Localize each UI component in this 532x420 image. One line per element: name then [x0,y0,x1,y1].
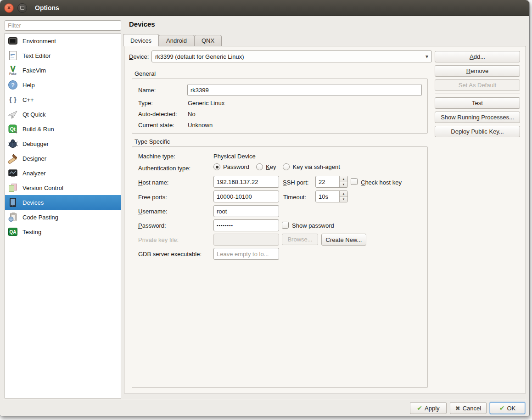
category-list: Environment Text Editor VFake FakeVim ? … [5,33,121,398]
remove-button[interactable]: Remove [435,65,520,77]
auth-key-radio[interactable]: Key [256,163,276,170]
qt-quick-icon [7,108,19,120]
username-input[interactable] [213,205,279,217]
type-value: Generic Linux [188,100,224,106]
sidebar-item-designer[interactable]: Designer [5,151,121,166]
gdb-server-executable-label: GDB server executable: [138,251,202,258]
tab-devices[interactable]: Devices [123,34,159,46]
create-new-button[interactable]: Create New... [321,234,366,246]
username-label: Username: [138,208,168,215]
sidebar-item-cpp[interactable]: { } C++ [5,92,121,107]
environment-icon [7,35,19,47]
sidebar-item-label: C++ [22,96,34,103]
screen: × Options Environment Text Editor VFake … [0,0,532,420]
current-state-label: Current state: [138,122,174,129]
sidebar-item-fakevim[interactable]: VFake FakeVim [5,63,121,78]
filter-input[interactable] [5,20,121,31]
host-name-input[interactable] [213,176,279,188]
deploy-public-key-button[interactable]: Deploy Public Key... [435,126,520,137]
sidebar-item-analyzer[interactable]: Analyzer [5,166,121,180]
authentication-radio-group: Password Key Key via ssh-agent [213,163,340,170]
add-button[interactable]: Add... [435,51,520,62]
debugger-icon [7,138,19,150]
sidebar-item-text-editor[interactable]: Text Editor [5,48,121,63]
check-host-key-label[interactable]: Check host key [361,179,402,186]
ok-check-icon: ✔ [499,405,505,411]
password-input[interactable] [213,219,279,231]
cancel-button[interactable]: ✖ Cancel [450,402,487,414]
check-host-key-checkbox[interactable] [351,178,358,185]
spin-down-icon[interactable]: ▼ [340,182,347,188]
close-icon[interactable]: × [4,3,14,13]
radio-icon [256,163,263,170]
analyzer-icon [7,167,19,179]
timeout-label: Timeout: [283,194,306,201]
sidebar-item-debugger[interactable]: Debugger [5,136,121,151]
sidebar-item-version-control[interactable]: Version Control [5,180,121,195]
device-label: Device: [129,53,149,60]
sidebar-item-build-run[interactable]: Qt Build & Run [5,122,121,136]
restore-icon[interactable] [17,3,27,13]
current-state-value: Unknown [188,122,213,129]
help-icon: ? [7,79,19,91]
browse-button[interactable]: Browse... [282,234,318,245]
machine-type-value: Physical Device [213,153,256,160]
tab-android[interactable]: Android [158,35,195,46]
fakevim-icon: VFake [7,64,19,76]
device-combobox[interactable]: rk3399 (default for Generic Linux) ▾ [151,50,432,62]
sidebar-item-label: FakeVim [22,67,46,74]
apply-button[interactable]: ✔ Apply [410,402,447,414]
sidebar-item-code-pasting[interactable]: Code Pasting [5,210,121,224]
sidebar-item-help[interactable]: ? Help [5,78,121,92]
devices-icon [7,196,19,208]
sidebar-item-label: Designer [22,155,46,162]
sidebar-item-label: Text Editor [22,52,50,59]
spin-up-icon[interactable]: ▲ [340,176,347,182]
show-password-checkbox[interactable] [282,222,289,229]
sidebar-item-label: Debugger [22,140,49,147]
sidebar-item-environment[interactable]: Environment [5,34,121,48]
spin-down-icon[interactable]: ▼ [340,196,347,202]
options-dialog: × Options Environment Text Editor VFake … [0,0,529,416]
device-combobox-value: rk3399 (default for Generic Linux) [155,53,244,60]
designer-icon [7,152,19,164]
sidebar-item-label: Build & Run [22,126,54,133]
build-run-icon: Qt [7,123,19,135]
timeout-spinbox[interactable]: 10s ▲▼ [315,190,348,202]
radio-selected-icon [213,163,220,170]
side-buttons-separator [435,94,520,94]
private-key-file-input[interactable] [213,234,279,246]
svg-text:Fake: Fake [9,72,17,75]
sidebar-item-label: Devices [22,199,44,206]
private-key-file-label: Private key file: [138,236,179,243]
footer-separator [3,399,526,399]
svg-text:{ }: { } [9,95,17,103]
ok-button[interactable]: ✔ OK [490,402,525,414]
name-input[interactable] [187,84,422,96]
spin-up-icon[interactable]: ▲ [340,191,347,196]
auth-ssh-agent-radio[interactable]: Key via ssh-agent [283,163,340,170]
sidebar-item-qt-quick[interactable]: Qt Quick [5,107,121,122]
radio-icon [283,163,290,170]
free-ports-label: Free ports: [138,194,167,201]
auto-detected-label: Auto-detected: [138,111,177,118]
gdb-server-executable-input[interactable] [213,248,279,260]
sidebar-item-label: Help [22,82,35,89]
ssh-port-value: 22 [316,176,339,187]
svg-text:?: ? [11,82,15,89]
cancel-cross-icon: ✖ [455,405,460,411]
name-label: Name: [138,87,156,94]
sidebar-item-label: Testing [22,229,41,235]
tab-qnx[interactable]: QNX [194,35,222,46]
sidebar-item-devices[interactable]: Devices [5,195,121,210]
show-running-processes-button[interactable]: Show Running Processes... [435,112,520,123]
test-button[interactable]: Test [435,97,520,109]
ssh-port-label: SSH port: [283,179,308,186]
svg-text:QA: QA [10,230,17,235]
free-ports-input[interactable] [213,190,279,202]
auth-password-radio[interactable]: Password [213,163,249,170]
show-password-label[interactable]: Show password [292,222,334,229]
sidebar-item-testing[interactable]: QA Testing [5,224,121,239]
set-as-default-button[interactable]: Set As Default [435,79,520,91]
ssh-port-spinbox[interactable]: 22 ▲▼ [315,176,348,188]
